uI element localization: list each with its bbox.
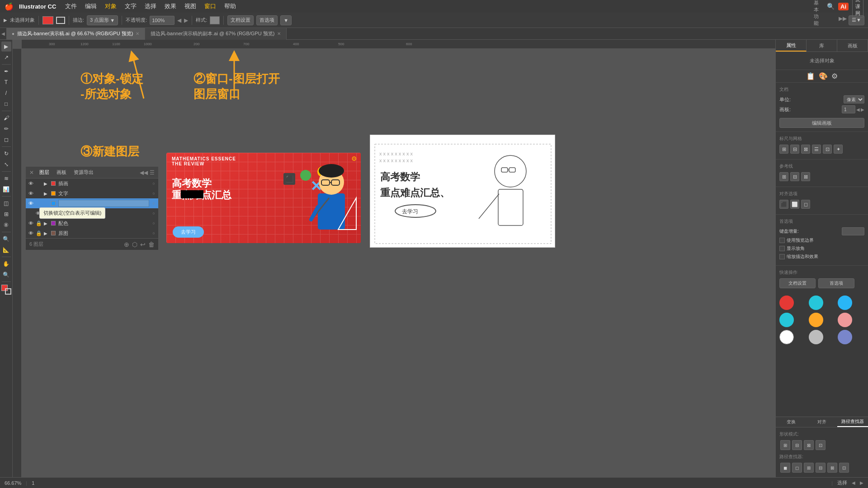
tool-gradient[interactable]: ◫ <box>1 198 11 208</box>
tool-rect[interactable]: □ <box>1 99 11 109</box>
tool-warp[interactable]: ≋ <box>1 174 11 183</box>
tool-pen[interactable]: ✒ <box>1 66 11 76</box>
tool-paintbrush[interactable]: 🖌 <box>1 113 11 123</box>
fill-stroke-widget[interactable] <box>1 285 11 295</box>
layer-row-3[interactable]: 👁 ▼ 配色 ○ <box>26 208 158 218</box>
layer-row-0[interactable]: 👁 ▶ 插画 ○ <box>26 178 158 188</box>
layer-4-expand[interactable]: ▶ <box>44 221 48 226</box>
tool-graph[interactable]: 📊 <box>1 184 11 194</box>
layer-2-name-input[interactable] <box>58 200 149 207</box>
menu-file[interactable]: 文件 <box>61 1 80 11</box>
layer-row-1[interactable]: 👁 ▶ 文字 ○ <box>26 188 158 198</box>
tool-rotate[interactable]: ↻ <box>1 149 11 159</box>
tab-2-close[interactable]: ✕ <box>277 31 281 36</box>
layers-tab-layers[interactable]: 图层 <box>38 169 51 176</box>
tab-2[interactable]: 描边风-banner演示稿的副本.ai @ 67% (RGB/GPU 预览) ✕ <box>145 28 287 40</box>
tool-mesh[interactable]: ⊞ <box>1 209 11 219</box>
preferences-btn[interactable]: 首选项 <box>256 15 278 25</box>
ref-btn-1[interactable]: ⊞ <box>779 172 788 181</box>
layer-4-visibility[interactable]: 👁 <box>28 221 34 226</box>
tool-select[interactable]: ▶ <box>1 42 11 52</box>
layer-row-5[interactable]: 👁 🔒 ▶ 原图 ○ <box>26 228 158 238</box>
tool-hand[interactable]: ✋ <box>1 259 11 269</box>
status-arrow-right[interactable]: ▶ <box>860 480 863 485</box>
tool-blend[interactable]: ⑧ <box>1 220 11 230</box>
apple-menu[interactable]: 🍎 <box>5 2 14 11</box>
extras-btn[interactable]: ▼ <box>280 15 292 25</box>
swatch-teal[interactable] <box>779 313 794 327</box>
ref-btn-2[interactable]: ⊟ <box>790 172 799 181</box>
align-grid-1[interactable]: ⊞ <box>779 145 788 154</box>
menu-window[interactable]: 窗口 <box>201 1 220 11</box>
kbd-increment-input[interactable]: 1 px <box>842 227 864 235</box>
layers-menu-btn[interactable]: ☰ <box>150 169 155 176</box>
layer-5-lock[interactable]: 🔒 <box>36 230 42 236</box>
align-grid-5[interactable]: ⊡ <box>823 145 832 154</box>
right-tab-library[interactable]: 库 <box>807 40 837 52</box>
layer-3-expand[interactable]: ▼ <box>51 211 56 216</box>
layer-2-visibility[interactable]: 👁 <box>28 201 34 206</box>
path-btn-4[interactable]: ⊟ <box>816 463 826 473</box>
status-arrow-left[interactable]: ◀ <box>852 480 855 485</box>
path-btn-3[interactable]: ⊞ <box>804 463 814 473</box>
tool-text[interactable]: T <box>1 77 11 87</box>
rb-tab-pathfinder[interactable]: 路径查找器 <box>837 417 868 427</box>
right-icon-1[interactable]: 📋 <box>806 72 815 80</box>
layer-1-visibility[interactable]: 👁 <box>28 191 34 196</box>
layer-0-visibility[interactable]: 👁 <box>28 181 34 186</box>
layer-5-expand[interactable]: ▶ <box>44 231 48 236</box>
go-study-btn[interactable]: 去学习 <box>173 226 204 238</box>
search-icon[interactable]: 🔍 <box>827 3 835 10</box>
swatch-orange[interactable] <box>809 313 823 327</box>
layer-3-visibility[interactable]: 👁 <box>35 211 41 216</box>
quick-preferences-btn[interactable]: 首选项 <box>818 278 854 288</box>
style-swatch[interactable] <box>210 16 220 24</box>
menu-edit[interactable]: 编辑 <box>81 1 100 11</box>
artboard-input[interactable] <box>842 105 855 113</box>
tool-zoom[interactable]: 🔍 <box>1 270 11 280</box>
cb-scale-stroke[interactable] <box>779 254 785 259</box>
right-icon-2[interactable]: 🎨 <box>819 72 828 80</box>
shape-btn-2[interactable]: ⊟ <box>792 440 802 450</box>
swatch-lightblue[interactable] <box>838 296 852 310</box>
swatch-lightgray[interactable] <box>809 330 823 344</box>
tab-1-close[interactable]: ✕ <box>136 31 139 36</box>
cb-show-corners[interactable] <box>779 246 785 251</box>
artboard-prev[interactable]: ◀ <box>856 107 860 112</box>
layer-0-expand[interactable]: ▶ <box>44 181 48 186</box>
tab-scroll-left[interactable]: ◀ <box>1 31 5 36</box>
layers-undo-btn[interactable]: ↩ <box>140 241 146 248</box>
tool-measure[interactable]: 📐 <box>1 245 11 255</box>
layers-panel-close[interactable]: ✕ <box>29 169 34 176</box>
path-btn-2[interactable]: ◻ <box>792 463 802 473</box>
opacity-arrow-left[interactable]: ◀ <box>177 17 181 23</box>
path-btn-6[interactable]: ⊡ <box>839 463 849 473</box>
tool-pencil[interactable]: ✏ <box>1 124 11 134</box>
menu-text[interactable]: 文字 <box>121 1 140 11</box>
tab-1[interactable]: ● 描边风-banner演示稿.ai @ 66.67% (RGB/GPU 预览)… <box>6 28 145 40</box>
canvas-area[interactable]: 300 1200 1100 1000 200 700 400 500 600 ①… <box>13 40 775 477</box>
layer-4-lock[interactable]: 🔒 <box>36 221 42 226</box>
doc-settings-btn[interactable]: 文档设置 <box>227 15 254 25</box>
align-grid-4[interactable]: ☰ <box>812 145 821 154</box>
menu-help[interactable]: 帮助 <box>221 1 240 11</box>
right-tab-properties[interactable]: 属性 <box>776 40 807 52</box>
cb-preview-bounds[interactable] <box>779 238 785 243</box>
layer-row-4[interactable]: 👁 🔒 ▶ 配色 ○ <box>26 218 158 228</box>
fill-color[interactable] <box>42 16 53 24</box>
shape-btn-1[interactable]: ⊞ <box>780 440 790 450</box>
stroke-color[interactable] <box>56 17 65 24</box>
ref-btn-3[interactable]: ⊠ <box>801 172 810 181</box>
align-grid-6[interactable]: ✦ <box>834 145 843 154</box>
tool-eyedropper[interactable]: 🔍 <box>1 234 11 244</box>
rb-tab-align[interactable]: 对齐 <box>807 417 837 427</box>
layer-1-expand[interactable]: ▶ <box>44 191 48 196</box>
layer-row-2[interactable]: 👁 ○ <box>26 198 158 208</box>
tool-line[interactable]: / <box>1 88 11 98</box>
shape-btn-3[interactable]: ⊠ <box>804 440 814 450</box>
align-grid-3[interactable]: ⊠ <box>801 145 810 154</box>
swatch-white[interactable] <box>779 330 794 344</box>
path-btn-5[interactable]: ⊠ <box>827 463 837 473</box>
layers-collapse-btn[interactable]: ◀◀ <box>140 169 148 176</box>
align-opt-1[interactable]: ⬛ <box>779 200 788 209</box>
